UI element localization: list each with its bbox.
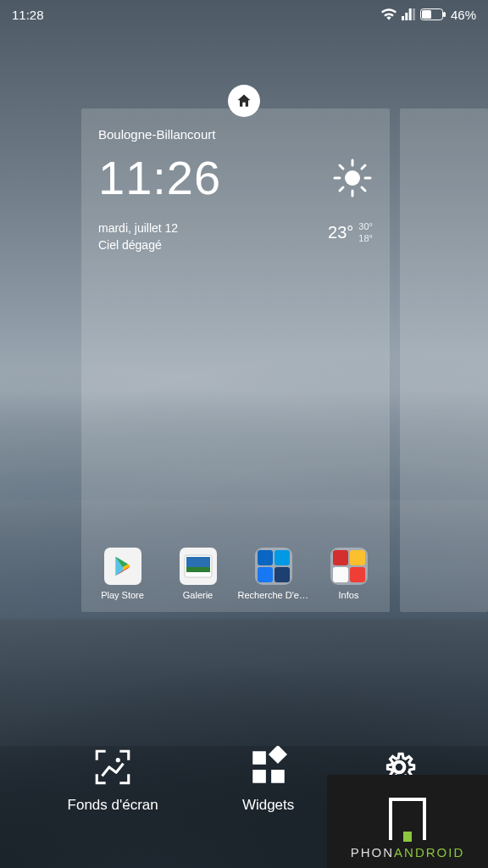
home-icon <box>236 92 252 109</box>
svg-rect-23 <box>271 770 285 783</box>
battery-icon <box>420 8 446 20</box>
weather-condition: Ciel dégagé <box>98 237 178 254</box>
wallpaper-icon <box>92 746 134 788</box>
app-label: Infos <box>313 590 385 600</box>
homescreen-preview[interactable]: Boulogne-Billancourt 11:26 mardi, juille… <box>81 108 390 612</box>
svg-rect-21 <box>252 751 266 765</box>
folder-icon <box>255 548 292 585</box>
weather-location: Boulogne-Billancourt <box>98 127 373 142</box>
svg-rect-1 <box>443 12 446 17</box>
svg-rect-19 <box>186 567 210 572</box>
svg-line-10 <box>340 187 343 191</box>
wifi-icon <box>381 8 396 20</box>
widgets-icon <box>247 746 290 788</box>
phonandroid-logo-icon <box>389 798 426 840</box>
svg-point-20 <box>116 758 120 762</box>
status-time: 11:28 <box>12 8 44 22</box>
svg-line-9 <box>362 187 365 191</box>
status-bar: 11:28 46% <box>0 0 488 29</box>
folder-infos[interactable]: Infos <box>313 548 385 600</box>
temp-high: 30° <box>358 220 373 232</box>
brand-part-a: PHON <box>351 845 394 860</box>
wallpapers-button[interactable]: Fonds d'écran <box>68 746 158 814</box>
play-store-icon <box>104 548 141 585</box>
sun-icon <box>332 158 373 198</box>
phonandroid-watermark: PHONANDROID <box>327 775 488 868</box>
app-play-store[interactable]: Play Store <box>87 548 158 600</box>
svg-rect-22 <box>252 770 266 783</box>
gallery-icon <box>180 548 217 585</box>
folder-recherche-emploi[interactable]: Recherche D'em... <box>238 548 309 600</box>
svg-rect-2 <box>422 10 431 19</box>
widgets-button[interactable]: Widgets <box>242 746 294 814</box>
app-label: Recherche D'em... <box>238 590 309 600</box>
homescreen-preview-next[interactable] <box>400 108 488 612</box>
option-label: Fonds d'écran <box>68 797 158 814</box>
option-label: Widgets <box>242 797 294 814</box>
app-label: Galerie <box>163 590 234 600</box>
clock-time: 11:26 <box>98 150 221 205</box>
svg-rect-24 <box>268 746 286 764</box>
svg-line-11 <box>362 165 365 169</box>
app-row: Play Store Galerie Recherche D'em... <box>81 548 390 600</box>
default-home-badge[interactable] <box>228 85 260 117</box>
temp-low: 18° <box>358 232 373 244</box>
weather-date: mardi, juillet 12 <box>98 220 178 237</box>
folder-icon <box>330 548 368 585</box>
app-label: Play Store <box>87 590 158 600</box>
brand-part-b: ANDROID <box>394 845 464 860</box>
temp-current: 23° <box>328 220 353 244</box>
signal-icon <box>402 8 415 20</box>
svg-line-8 <box>340 165 343 169</box>
battery-percent: 46% <box>451 8 476 22</box>
app-galerie[interactable]: Galerie <box>163 548 234 600</box>
svg-point-3 <box>345 170 360 186</box>
